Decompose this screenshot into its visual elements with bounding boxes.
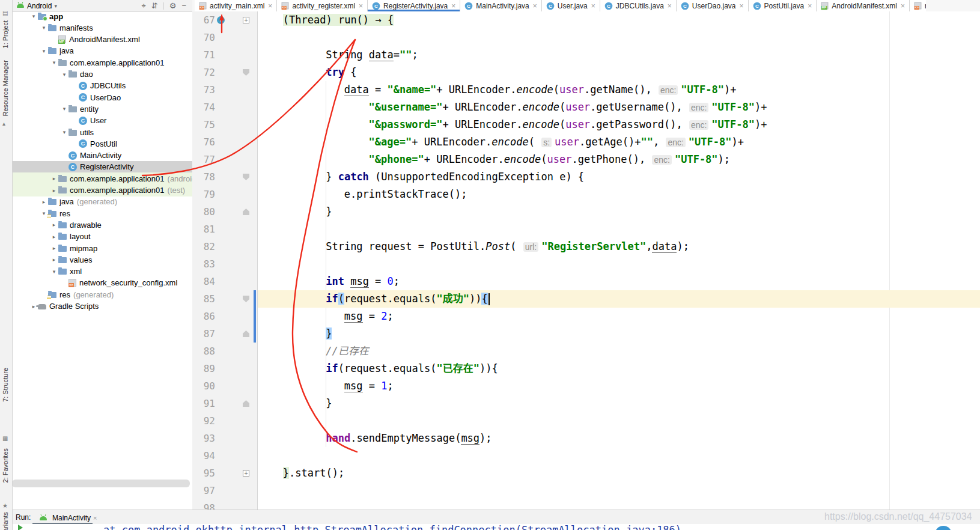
chevron-expanded-icon[interactable]: ▾ bbox=[60, 72, 68, 78]
tree-item-utils[interactable]: ▾utils bbox=[12, 126, 193, 138]
tree-horizontal-scrollbar[interactable] bbox=[12, 480, 190, 487]
close-tab-icon[interactable]: × bbox=[808, 2, 812, 10]
line-number: 78 bbox=[192, 168, 215, 186]
code-token: data bbox=[344, 84, 369, 96]
tree-item-res[interactable]: ▾res bbox=[12, 207, 193, 219]
tab-jdbcutils-java[interactable]: JDBCUtils.java× bbox=[600, 0, 677, 11]
code-editor[interactable]: 67↑+(Thread) run() → {7071String data=""… bbox=[192, 11, 980, 510]
chevron-expanded-icon[interactable]: ▾ bbox=[40, 48, 48, 54]
code-line-72: 72try { bbox=[192, 64, 980, 81]
tree-item-userdao[interactable]: UserDao bbox=[12, 91, 193, 103]
project-view-selector[interactable]: Android bbox=[27, 2, 52, 10]
chevron-collapsed-icon[interactable]: ▸ bbox=[50, 257, 58, 263]
fold-end-icon[interactable] bbox=[243, 400, 249, 407]
tree-item-androidmanifest-xml[interactable]: AndroidManifest.xml bbox=[12, 34, 193, 46]
close-tab-icon[interactable]: × bbox=[740, 2, 744, 10]
chevron-expanded-icon[interactable]: ▾ bbox=[29, 13, 38, 19]
line-number: 82 bbox=[192, 238, 215, 255]
toolwindow-button----favorites[interactable]: 2: Favorites bbox=[2, 448, 9, 483]
fold-open-icon[interactable] bbox=[243, 296, 249, 302]
stacktrace-link[interactable]: at com.android.okhttp.internal.http.Stre… bbox=[103, 524, 681, 530]
close-tab-icon[interactable]: × bbox=[359, 2, 363, 10]
chevron-expanded-icon[interactable]: ▾ bbox=[40, 25, 48, 31]
tab-androidmanifest-xml[interactable]: AndroidManifest.xml× bbox=[817, 0, 910, 11]
tab-userdao-java[interactable]: UserDao.java× bbox=[677, 0, 749, 11]
tree-item-dao[interactable]: ▾dao bbox=[12, 69, 193, 81]
tab-registeractivity-java[interactable]: RegisterActivity.java× bbox=[368, 0, 460, 11]
tree-item-com-example-application01[interactable]: ▸com.example.application01(test) bbox=[12, 184, 193, 196]
tab-user-java[interactable]: User.java× bbox=[542, 0, 600, 11]
close-tab-icon[interactable]: × bbox=[668, 2, 672, 10]
tree-item-drawable[interactable]: ▸drawable bbox=[12, 219, 193, 231]
run-tab-label: MainActivity bbox=[52, 514, 91, 522]
tree-item-user[interactable]: User bbox=[12, 115, 193, 127]
hide-icon[interactable]: − bbox=[181, 2, 186, 10]
tree-item-xml[interactable]: ▾xml bbox=[12, 266, 193, 278]
tree-item-layout[interactable]: ▸layout bbox=[12, 231, 193, 243]
chevron-expanded-icon[interactable]: ▾ bbox=[50, 269, 58, 275]
fold-expand-icon[interactable]: + bbox=[243, 17, 249, 23]
tab-network-security-config-xml[interactable]: network_security_config.xml bbox=[910, 0, 926, 11]
tab-label: PostUtil.java bbox=[764, 2, 805, 10]
chevron-collapsed-icon[interactable]: ▸ bbox=[50, 222, 58, 228]
tab-postutil-java[interactable]: PostUtil.java× bbox=[749, 0, 817, 11]
close-tab-icon[interactable]: × bbox=[533, 2, 537, 10]
tree-item-com-example-application01[interactable]: ▾com.example.application01 bbox=[12, 56, 193, 69]
tree-item-label: User bbox=[90, 116, 106, 125]
tree-item-registeractivity[interactable]: RegisterActivity bbox=[12, 161, 193, 173]
tab-activity-register-xml[interactable]: activity_register.xml× bbox=[277, 0, 368, 11]
settings-icon[interactable]: ⚙ bbox=[169, 2, 177, 10]
code-token: 2 bbox=[381, 310, 387, 322]
code-token: = bbox=[363, 310, 382, 322]
chevron-expanded-icon[interactable]: ▾ bbox=[50, 59, 58, 65]
tree-item-com-example-application01[interactable]: ▸com.example.application01(androidTest) bbox=[12, 172, 193, 184]
tree-item-jdbcutils[interactable]: JDBCUtils bbox=[12, 80, 193, 92]
tree-item-entity[interactable]: ▾entity bbox=[12, 103, 193, 115]
tree-item-manifests[interactable]: ▾manifests bbox=[12, 22, 193, 34]
tree-item-values[interactable]: ▸values bbox=[12, 254, 193, 266]
fold-expand-icon[interactable]: + bbox=[243, 470, 249, 477]
chevron-collapsed-icon[interactable]: ▸ bbox=[50, 245, 58, 251]
code-token: } bbox=[326, 171, 338, 183]
tree-item-app[interactable]: ▾app bbox=[12, 10, 193, 22]
toolwindow-button----structure[interactable]: 7: Structure bbox=[2, 368, 9, 402]
code-token: user bbox=[559, 84, 584, 96]
chevron-down-icon[interactable]: ▾ bbox=[54, 3, 57, 9]
fold-end-icon[interactable] bbox=[243, 330, 249, 337]
code-token: catch bbox=[338, 171, 369, 183]
tree-item-res[interactable]: res(generated) bbox=[12, 288, 193, 300]
line-number: 71 bbox=[192, 46, 215, 64]
tree-item-network-security-config-xml[interactable]: network_security_config.xml bbox=[12, 277, 193, 289]
chevron-collapsed-icon[interactable]: ▸ bbox=[50, 187, 58, 193]
locate-icon[interactable]: ⌖ bbox=[142, 2, 146, 10]
toolwindow-button----project[interactable]: 1: Project bbox=[2, 20, 9, 48]
line-number: 76 bbox=[192, 133, 215, 151]
close-tab-icon[interactable]: × bbox=[901, 2, 905, 10]
tree-item-mainactivity[interactable]: MainActivity bbox=[12, 150, 193, 162]
fold-open-icon[interactable] bbox=[243, 174, 249, 180]
tree-item-java[interactable]: ▸java(generated) bbox=[12, 196, 193, 208]
override-marker-icon[interactable]: ↑ bbox=[217, 16, 225, 24]
close-icon[interactable]: × bbox=[93, 514, 97, 522]
tree-item-gradle-scripts[interactable]: ▸Gradle Scripts bbox=[12, 300, 193, 312]
fold-end-icon[interactable] bbox=[243, 209, 249, 215]
chevron-expanded-icon[interactable]: ▾ bbox=[60, 129, 68, 135]
chevron-collapsed-icon[interactable]: ▸ bbox=[50, 175, 58, 181]
chevron-collapsed-icon[interactable]: ▸ bbox=[40, 199, 48, 205]
close-tab-icon[interactable]: × bbox=[268, 2, 272, 10]
chevron-expanded-icon[interactable]: ▾ bbox=[60, 106, 68, 112]
code-token: user bbox=[565, 101, 590, 113]
toolwindow-button-build-variants[interactable]: Build Variants bbox=[2, 512, 9, 530]
tab-activity-main-xml[interactable]: activity_main.xml× bbox=[195, 0, 277, 11]
package-icon bbox=[58, 176, 67, 182]
tree-item-mipmap[interactable]: ▸mipmap bbox=[12, 242, 193, 254]
tab-mainactivity-java[interactable]: MainActivity.java× bbox=[460, 0, 542, 11]
tree-item-java[interactable]: ▾java bbox=[12, 45, 193, 57]
chevron-collapsed-icon[interactable]: ▸ bbox=[50, 234, 58, 240]
close-tab-icon[interactable]: × bbox=[591, 2, 595, 10]
toolwindow-button-resource-manager[interactable]: Resource Manager bbox=[2, 60, 9, 117]
close-tab-icon[interactable]: × bbox=[451, 2, 455, 10]
tree-item-postutil[interactable]: PostUtil bbox=[12, 138, 193, 150]
fold-open-icon[interactable] bbox=[243, 69, 249, 76]
collapse-all-icon[interactable]: ⇵ bbox=[151, 2, 158, 10]
